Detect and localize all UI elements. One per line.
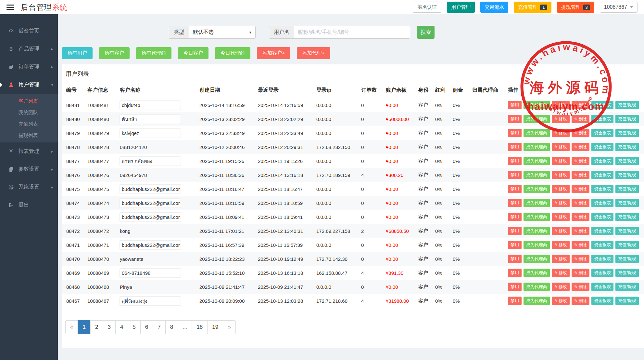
today-agents-button[interactable]: 今日代理商 bbox=[215, 47, 250, 59]
fund-report-button[interactable]: 资金报表 bbox=[591, 255, 613, 263]
become-agent-button[interactable]: 成为代理商 bbox=[524, 283, 550, 291]
disable-button[interactable]: 禁用 bbox=[508, 157, 522, 165]
edit-button[interactable]: ✎修改 bbox=[552, 143, 570, 151]
become-agent-button[interactable]: 成为代理商 bbox=[524, 115, 550, 123]
customer-name-field[interactable]: อาพร กลัดทอง bbox=[120, 157, 181, 166]
edit-button[interactable]: ✎修改 bbox=[552, 115, 570, 123]
edit-button[interactable]: ✎修改 bbox=[552, 213, 570, 221]
delete-button[interactable]: ✎删除 bbox=[572, 227, 589, 235]
become-agent-button[interactable]: 成为代理商 bbox=[524, 227, 550, 235]
recharge-withdraw-button[interactable]: 充值/提现 bbox=[615, 199, 639, 207]
become-agent-button[interactable]: 成为代理商 bbox=[524, 241, 550, 249]
disable-button[interactable]: 禁用 bbox=[508, 129, 522, 137]
recharge-withdraw-button[interactable]: 充值/提现 bbox=[615, 171, 639, 179]
trade-flow-button[interactable]: 交易流水 bbox=[480, 2, 508, 13]
customer-name-field[interactable]: buddhaplus222@gmail.cor bbox=[120, 213, 181, 221]
disable-button[interactable]: 禁用 bbox=[508, 115, 522, 123]
customer-name-field[interactable]: buddhaplus222@gmail.cor bbox=[120, 185, 181, 193]
delete-button[interactable]: ✎删除 bbox=[572, 283, 589, 291]
become-agent-button[interactable]: 成为代理商 bbox=[524, 171, 550, 179]
add-agent-button[interactable]: 添加代理+ bbox=[297, 47, 330, 59]
edit-button[interactable]: ✎修改 bbox=[552, 185, 570, 193]
fund-report-button[interactable]: 资金报表 bbox=[591, 185, 613, 193]
sidebar-subitem-customer-list[interactable]: 客户列表 bbox=[0, 95, 58, 107]
user-mgmt-button[interactable]: 用户管理 bbox=[447, 2, 475, 13]
delete-button[interactable]: ✎删除 bbox=[572, 129, 589, 137]
recharge-withdraw-button[interactable]: 充值/提现 bbox=[615, 297, 639, 305]
page-next[interactable]: » bbox=[223, 320, 235, 334]
disable-button[interactable]: 禁用 bbox=[508, 199, 522, 207]
page-4[interactable]: 4 bbox=[115, 320, 128, 334]
recharge-withdraw-button[interactable]: 充值/提现 bbox=[615, 213, 639, 221]
all-users-button[interactable]: 所有用户 bbox=[62, 47, 93, 59]
sidebar-item-params[interactable]: 参数设置▸ bbox=[0, 160, 58, 178]
delete-button[interactable]: ✎删除 bbox=[572, 185, 589, 193]
become-agent-button[interactable]: 成为代理商 bbox=[524, 157, 550, 165]
edit-button[interactable]: ✎修改 bbox=[552, 157, 570, 165]
sidebar-item-users[interactable]: 用户管理▾ bbox=[0, 76, 58, 94]
delete-button[interactable]: ✎删除 bbox=[572, 213, 589, 221]
delete-button[interactable]: ✎删除 bbox=[572, 157, 589, 165]
all-agents-button[interactable]: 所有代理商 bbox=[136, 47, 171, 59]
fund-report-button[interactable]: 资金报表 bbox=[591, 157, 613, 165]
menu-toggle-icon[interactable] bbox=[6, 4, 14, 11]
withdraw-mgmt-button[interactable]: 提现管理3 bbox=[557, 2, 594, 13]
edit-button[interactable]: ✎修改 bbox=[552, 171, 570, 179]
disable-button[interactable]: 禁用 bbox=[508, 269, 522, 277]
recharge-withdraw-button[interactable]: 充值/提现 bbox=[615, 269, 639, 277]
page-18[interactable]: 18 bbox=[192, 320, 208, 334]
customer-name-field[interactable]: buddhaplus222@gmail.cor bbox=[120, 241, 181, 249]
recharge-withdraw-button[interactable]: 充值/提现 bbox=[615, 227, 639, 235]
become-agent-button[interactable]: 成为代理商 bbox=[524, 129, 550, 137]
delete-button[interactable]: ✎删除 bbox=[572, 241, 589, 249]
username-input[interactable] bbox=[294, 26, 410, 39]
sidebar-item-orders[interactable]: 订单管理▸ bbox=[0, 58, 58, 76]
page-7[interactable]: 7 bbox=[153, 320, 165, 334]
all-customers-button[interactable]: 所有客户 bbox=[99, 47, 130, 59]
delete-button[interactable]: ✎删除 bbox=[572, 143, 589, 151]
edit-button[interactable]: ✎修改 bbox=[552, 199, 570, 207]
page-8[interactable]: 8 bbox=[165, 320, 178, 334]
sidebar-subitem-my-team[interactable]: 我的团队 bbox=[0, 107, 58, 118]
disable-button[interactable]: 禁用 bbox=[508, 171, 522, 179]
sidebar-subitem-recharge-list[interactable]: 充值列表 bbox=[0, 118, 58, 129]
realname-auth-button[interactable]: 实名认证 bbox=[413, 2, 441, 13]
fund-report-button[interactable]: 资金报表 bbox=[591, 241, 613, 249]
fund-report-button[interactable]: 资金报表 bbox=[591, 297, 613, 305]
page-5[interactable]: 5 bbox=[128, 320, 140, 334]
page-19[interactable]: 19 bbox=[207, 320, 223, 334]
customer-name-field[interactable]: 064-8718498 bbox=[120, 269, 181, 277]
customer-name-field[interactable]: chjd6t4p bbox=[120, 101, 181, 110]
disable-button[interactable]: 禁用 bbox=[508, 255, 522, 263]
edit-button[interactable]: ✎修改 bbox=[552, 101, 570, 109]
become-agent-button[interactable]: 成为代理商 bbox=[524, 297, 550, 305]
today-customers-button[interactable]: 今日客户 bbox=[178, 47, 208, 59]
page-prev[interactable]: « bbox=[65, 320, 78, 334]
recharge-withdraw-button[interactable]: 充值/提现 bbox=[615, 255, 639, 263]
search-button[interactable]: 搜索 bbox=[417, 26, 435, 39]
sidebar-item-reports[interactable]: ¥报表管理▸ bbox=[0, 142, 58, 160]
disable-button[interactable]: 禁用 bbox=[508, 143, 522, 151]
fund-report-button[interactable]: 资金报表 bbox=[591, 143, 613, 151]
recharge-withdraw-button[interactable]: 充值/提现 bbox=[615, 143, 639, 151]
fund-report-button[interactable]: 资金报表 bbox=[591, 129, 613, 137]
delete-button[interactable]: ✎删除 bbox=[572, 269, 589, 277]
sidebar-item-products[interactable]: ฿产品管理▸ bbox=[0, 40, 58, 58]
become-agent-button[interactable]: 成为代理商 bbox=[524, 269, 550, 277]
recharge-withdraw-button[interactable]: 充值/提现 bbox=[615, 157, 639, 165]
recharge-withdraw-button[interactable]: 充值/提现 bbox=[615, 185, 639, 193]
sidebar-subitem-withdraw-list[interactable]: 提现列表 bbox=[0, 129, 58, 141]
delete-button[interactable]: ✎删除 bbox=[572, 101, 589, 109]
fund-report-button[interactable]: 资金报表 bbox=[591, 283, 613, 291]
fund-report-button[interactable]: 资金报表 bbox=[591, 199, 613, 207]
delete-button[interactable]: ✎删除 bbox=[572, 115, 589, 123]
customer-name-field[interactable]: buddhaplus222@gmail.cor bbox=[120, 199, 181, 207]
sidebar-item-system[interactable]: 系统设置▸ bbox=[0, 178, 58, 196]
delete-button[interactable]: ✎删除 bbox=[572, 171, 589, 179]
customer-name-field[interactable]: kslvjqez bbox=[120, 129, 181, 138]
page-2[interactable]: 2 bbox=[90, 320, 103, 334]
fund-report-button[interactable]: 资金报表 bbox=[591, 213, 613, 221]
add-customer-button[interactable]: 添加客户+ bbox=[257, 47, 290, 59]
delete-button[interactable]: ✎删除 bbox=[572, 297, 589, 305]
sidebar-item-logout[interactable]: 退出 bbox=[0, 196, 58, 214]
